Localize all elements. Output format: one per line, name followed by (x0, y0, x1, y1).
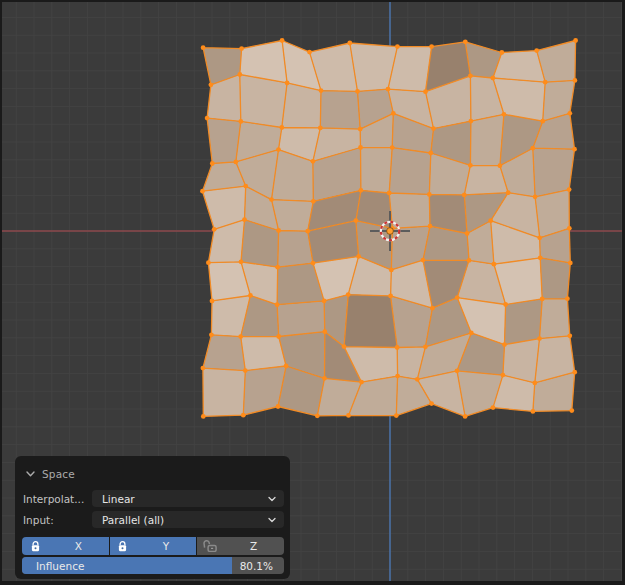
blender-window: Space Interpolat... Linear Input: Parall… (0, 0, 625, 585)
lock-open-icon (203, 540, 217, 552)
interpolation-row: Interpolat... Linear (22, 490, 284, 507)
interpolation-dropdown[interactable]: Linear (92, 490, 284, 507)
axis-y-button[interactable]: Y (136, 537, 197, 555)
input-label: Input: (22, 514, 92, 526)
input-value: Parallel (all) (102, 514, 267, 526)
influence-label: Influence (36, 557, 84, 574)
lock-x-button[interactable] (22, 537, 48, 555)
axis-lock-row: X Y (22, 537, 284, 555)
axis-x-button[interactable]: X (48, 537, 109, 555)
axis-z-button[interactable]: Z (223, 537, 284, 555)
interpolation-value: Linear (102, 493, 267, 505)
axis-seg-x: X (22, 537, 109, 555)
panel-header[interactable]: Space (22, 464, 284, 484)
lock-y-button[interactable] (110, 537, 136, 555)
lock-closed-icon (118, 541, 127, 552)
influence-value: 80.1% (240, 557, 273, 574)
lock-z-button[interactable] (197, 537, 223, 555)
chevron-down-icon[interactable] (22, 466, 38, 482)
influence-slider[interactable]: Influence 80.1% (22, 557, 284, 574)
operator-redo-panel: Space Interpolat... Linear Input: Parall… (15, 456, 290, 579)
chevron-down-icon (267, 515, 277, 525)
input-row: Input: Parallel (all) (22, 511, 284, 528)
chevron-down-icon (267, 494, 277, 504)
input-dropdown[interactable]: Parallel (all) (92, 511, 284, 528)
interpolation-label: Interpolat... (22, 493, 92, 505)
lock-closed-icon (31, 541, 40, 552)
axis-seg-y: Y (110, 537, 197, 555)
panel-title: Space (42, 468, 75, 480)
axis-seg-z: Z (197, 537, 284, 555)
